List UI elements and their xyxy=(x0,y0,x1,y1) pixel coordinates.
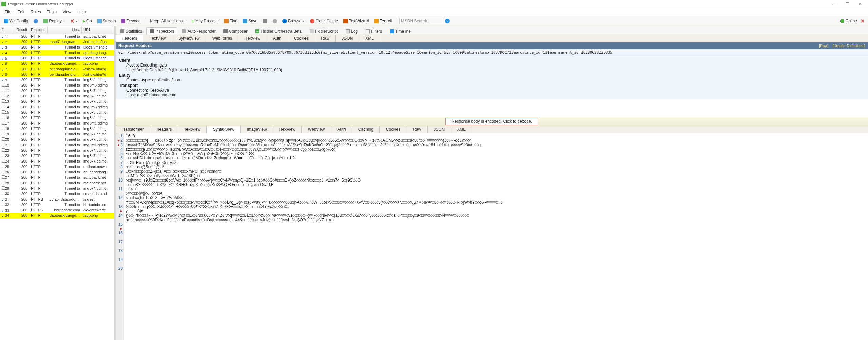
session-row[interactable]: 30200HTTPTunnel tocc-api-data.ad xyxy=(0,191,114,197)
resp-tab-textview[interactable]: TextView xyxy=(178,126,207,133)
col-num[interactable]: # xyxy=(0,26,13,34)
session-row[interactable]: 3200HTTPTunnel toulogs.umeng.c xyxy=(0,45,114,50)
resp-tab-cookies[interactable]: Cookies xyxy=(380,126,407,133)
session-row[interactable]: 5200HTTPTunnel toulogs.umengcl xyxy=(0,56,114,61)
gutter-line[interactable]: ●16 xyxy=(116,227,123,235)
req-tab-syntaxview[interactable]: SyntaxView xyxy=(172,35,206,42)
req-tab-webforms[interactable]: WebForms xyxy=(206,35,238,42)
anyprocess-button[interactable]: ⊕Any Process xyxy=(189,18,220,24)
resp-tab-headers[interactable]: Headers xyxy=(150,126,178,133)
gutter-line[interactable]: 17 xyxy=(116,235,123,244)
session-row[interactable]: 4200HTTPTunnel toapi.dangdang. xyxy=(0,50,114,56)
winconfig-button[interactable]: WinConfig xyxy=(2,18,30,24)
session-row[interactable]: 12200HTTPTunnel toimg3x8.ddimg. xyxy=(0,94,114,99)
menu-edit[interactable]: Edit xyxy=(15,9,27,15)
resp-tab-json[interactable]: JSON xyxy=(428,126,451,133)
req-tab-json[interactable]: JSON xyxy=(336,35,359,42)
session-row[interactable]: 9200HTTPTunnel toimg3x4.ddimg. xyxy=(0,77,114,83)
toolbar-close-button[interactable]: ✕ xyxy=(859,18,866,24)
go-button[interactable]: ▶Go xyxy=(81,18,94,24)
session-row[interactable]: 18200HTTPTunnel toimg3x4.ddimg. xyxy=(0,126,114,132)
session-row[interactable]: 27200HTTPTunnel toadt.cpatrk.net xyxy=(0,175,114,181)
keep-button[interactable]: Keep: All sessions xyxy=(148,18,188,24)
resp-tab-syntaxview[interactable]: SyntaxView xyxy=(207,126,240,133)
session-row[interactable]: 11200HTTPTunnel toimg3x7.ddimg. xyxy=(0,88,114,94)
session-row[interactable]: 24200HTTPTunnel toimg3x7.ddimg. xyxy=(0,159,114,164)
resp-tab-xml[interactable]: XML xyxy=(451,126,472,133)
tab-inspectors[interactable]: Inspectors xyxy=(146,27,177,35)
session-row[interactable]: 22200HTTPTunnel toimg3x4.ddimg. xyxy=(0,148,114,153)
menu-help[interactable]: Help xyxy=(75,9,89,15)
camera-button[interactable] xyxy=(261,18,269,24)
gutter-line[interactable]: 9 xyxy=(116,169,123,174)
save-button[interactable]: Save xyxy=(241,18,259,24)
header-group[interactable]: Entity xyxy=(119,73,865,78)
col-host[interactable]: Host xyxy=(48,26,82,34)
tab-orchestra[interactable]: FOFiddler Orchestra Beta xyxy=(252,27,305,35)
textwizard-button[interactable]: TextWizard xyxy=(341,18,371,24)
req-tab-hexview[interactable]: HexView xyxy=(238,35,267,42)
req-tab-cookies[interactable]: Cookies xyxy=(288,35,315,42)
session-row[interactable]: 32200HTTPTunnel tohbrt.adobe.co xyxy=(0,202,114,208)
req-tab-raw[interactable]: Raw xyxy=(315,35,336,42)
header-item[interactable]: Connection: Keep-Alive xyxy=(126,88,865,93)
tab-timeline[interactable]: Timeline xyxy=(387,27,414,35)
raw-link[interactable]: [Raw] xyxy=(819,44,828,48)
tab-filters[interactable]: Filters xyxy=(362,27,386,35)
resp-tab-webview[interactable]: WebView xyxy=(302,126,331,133)
session-row[interactable]: 19200HTTPTunnel toimg3x7.ddimg. xyxy=(0,132,114,137)
gutter-line[interactable]: 12 xyxy=(116,191,123,200)
tab-log[interactable]: Log xyxy=(342,27,361,35)
resp-tab-auth[interactable]: Auth xyxy=(331,126,352,133)
tab-autoresponder[interactable]: AutoResponder xyxy=(178,27,219,35)
session-row[interactable]: 8200HTTPper.dangdang.com/cshow.htm?q xyxy=(0,72,114,77)
header-item[interactable]: Host: mapi7.dangdang.com xyxy=(126,93,865,97)
session-row[interactable]: 29200HTTPTunnel toimg3x4.ddimg. xyxy=(0,186,114,191)
req-tab-textview[interactable]: TextView xyxy=(143,35,172,42)
gutter-line[interactable]: 20 xyxy=(116,262,123,271)
session-row[interactable]: 28200HTTPTunnel tome.cpatrk.net xyxy=(0,181,114,186)
header-item[interactable]: Accept-Encoding: gzip xyxy=(126,63,865,68)
gutter-line[interactable]: 13 xyxy=(116,200,123,209)
search-input[interactable]: MSDN Search... xyxy=(399,18,443,24)
gutter-line[interactable]: 11 xyxy=(116,183,123,191)
session-row[interactable]: 10200HTTPTunnel toimg3m5.ddimg xyxy=(0,83,114,88)
resp-tab-imageview[interactable]: ImageView xyxy=(241,126,273,133)
req-tab-headers[interactable]: Headers xyxy=(116,35,143,42)
browse-button[interactable]: Browse xyxy=(280,18,307,24)
menu-tools[interactable]: Tools xyxy=(44,9,59,15)
col-result[interactable]: Result xyxy=(13,26,29,34)
gutter-line[interactable]: 10 xyxy=(116,174,123,183)
menu-file[interactable]: File xyxy=(2,9,14,15)
gutter-line[interactable]: 19 xyxy=(116,253,123,262)
req-tab-auth[interactable]: Auth xyxy=(267,35,288,42)
timer-button[interactable] xyxy=(271,18,279,24)
find-button[interactable]: Find xyxy=(222,18,239,24)
col-protocol[interactable]: Protocol xyxy=(29,26,48,34)
header-item[interactable]: User-Agent: Dalvik/2.1.0 (Linux; U; Andr… xyxy=(126,68,865,72)
maximize-button[interactable]: ☐ xyxy=(841,0,854,8)
session-row[interactable]: 34200HTTPdataback.dangdang.../app.php xyxy=(0,213,114,219)
comment-button[interactable] xyxy=(32,18,40,24)
gutter-line[interactable]: 18 xyxy=(116,244,123,253)
close-button[interactable]: ✕ xyxy=(854,0,867,8)
decode-button[interactable]: Decode xyxy=(119,18,142,24)
header-group[interactable]: Client xyxy=(119,58,865,63)
session-row[interactable]: 31200HTTPScc-api-data.adobe.io/ingest xyxy=(0,197,114,202)
help-icon[interactable]: ? xyxy=(445,19,450,23)
online-status[interactable]: Online xyxy=(840,19,857,23)
menu-rules[interactable]: Rules xyxy=(28,9,44,15)
session-row[interactable]: 25200HTTPTunnel toredirect.netwc xyxy=(0,164,114,170)
replay-button[interactable]: Replay xyxy=(41,18,66,24)
menu-view[interactable]: View xyxy=(60,9,74,15)
col-url[interactable]: URL xyxy=(82,26,112,34)
session-row[interactable]: 20200HTTPTunnel toimg3x7.ddimg. xyxy=(0,137,114,143)
gutter-line[interactable]: ●14 xyxy=(116,209,123,218)
stream-button[interactable]: Stream xyxy=(95,18,118,24)
resp-tab-transformer[interactable]: Transformer xyxy=(116,126,150,133)
session-row[interactable]: 2200HTTPmapi7.dangdang.com/index.php?pa xyxy=(0,39,114,45)
session-row[interactable]: 6200HTTPdataback.dangdang.../app.php xyxy=(0,61,114,67)
session-row[interactable]: 13200HTTPTunnel toimg3x7.ddimg. xyxy=(0,99,114,105)
session-row[interactable]: 17200HTTPTunnel toimg3m1.ddimg xyxy=(0,121,114,126)
resp-tab-hexview[interactable]: HexView xyxy=(273,126,302,133)
